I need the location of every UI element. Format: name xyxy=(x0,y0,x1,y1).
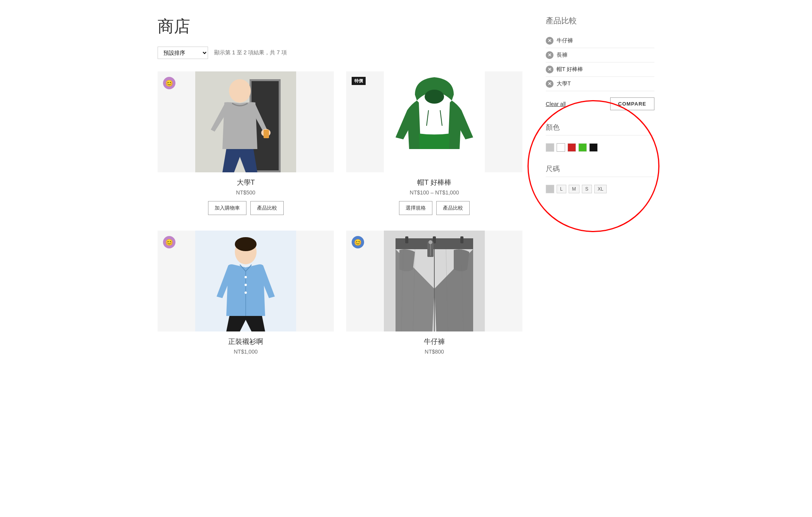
main-content: 商店 預設排序 價格低至高 價格高至低 最新 顯示第 1 至 2 項結果，共 7… xyxy=(158,16,546,360)
svg-rect-21 xyxy=(460,236,463,243)
svg-rect-20 xyxy=(405,236,408,243)
product-name-1: 大學T xyxy=(237,178,255,187)
clear-all-button[interactable]: Clear all xyxy=(546,101,566,107)
compare-item-2: ✕ 帽T 好棒棒 xyxy=(546,62,654,77)
product-name-2: 帽T 好棒棒 xyxy=(417,178,451,187)
product-price-1: NT$500 xyxy=(236,189,255,196)
compare-item-label-2: 帽T 好棒棒 xyxy=(557,66,583,73)
compare-list: ✕ 牛仔褲 ✕ 長褲 ✕ 帽T 好棒棒 ✕ 大學T xyxy=(546,34,654,91)
product-card-2: 特價 xyxy=(346,71,522,215)
svg-point-16 xyxy=(245,284,247,286)
remove-icon-0[interactable]: ✕ xyxy=(546,37,553,45)
product-price-3: NT$1,000 xyxy=(234,349,257,355)
remove-icon-1[interactable]: ✕ xyxy=(546,51,553,59)
filters-section: 顏色 尺碼 L M S XL xyxy=(546,123,654,196)
compare-footer: Clear all COMPARE xyxy=(546,97,654,110)
product-image-wrapper-4: 😊 xyxy=(346,231,522,331)
svg-point-17 xyxy=(245,291,247,294)
size-swatch-placeholder xyxy=(546,185,554,193)
svg-point-13 xyxy=(235,237,257,251)
sidebar-title: 產品比較 xyxy=(546,16,654,26)
result-count: 顯示第 1 至 2 項結果，共 7 項 xyxy=(214,49,287,56)
product-image-wrapper-3: 😊 xyxy=(158,231,334,331)
color-options xyxy=(546,140,654,155)
product-card-4: 😊 xyxy=(346,231,522,360)
size-btn-l[interactable]: L xyxy=(557,185,566,193)
color-swatch-green[interactable] xyxy=(578,143,587,152)
page-title: 商店 xyxy=(158,16,522,37)
svg-point-4 xyxy=(229,79,251,102)
remove-icon-2[interactable]: ✕ xyxy=(546,66,553,73)
product-name-4: 牛仔褲 xyxy=(424,337,445,346)
size-btn-m[interactable]: M xyxy=(569,185,580,193)
remove-icon-3[interactable]: ✕ xyxy=(546,80,553,88)
product-image-wrapper-1: 😊 xyxy=(158,71,334,172)
sort-bar: 預設排序 價格低至高 價格高至低 最新 顯示第 1 至 2 項結果，共 7 項 xyxy=(158,47,522,59)
size-btn-s[interactable]: S xyxy=(582,185,592,193)
products-grid: 😊 xyxy=(158,71,522,360)
svg-point-15 xyxy=(245,276,247,278)
product-card-3: 😊 xyxy=(158,231,334,360)
compare-item-label-1: 長褲 xyxy=(557,52,567,59)
product-image-wrapper-2: 特價 xyxy=(346,71,522,172)
product-actions-2: 選擇規格 產品比較 xyxy=(399,201,470,215)
sidebar: 產品比較 ✕ 牛仔褲 ✕ 長褲 ✕ 帽T 好棒棒 ✕ 大學T Clear all… xyxy=(546,16,654,360)
product-card-1: 😊 xyxy=(158,71,334,215)
product-badge-1: 😊 xyxy=(163,77,175,89)
product-name-3: 正裝襯衫啊 xyxy=(228,337,263,346)
color-filter: 顏色 xyxy=(546,123,654,155)
product-actions-1: 加入購物車 產品比較 xyxy=(208,201,284,215)
color-swatch-grey[interactable] xyxy=(546,143,554,152)
compare-btn-2[interactable]: 產品比較 xyxy=(436,201,470,215)
compare-action-button[interactable]: COMPARE xyxy=(610,97,654,110)
product-price-2: NT$100 – NT$1,000 xyxy=(410,189,459,196)
color-swatch-white[interactable] xyxy=(557,143,565,152)
product-badge-3: 😊 xyxy=(163,236,175,248)
size-filter: 尺碼 L M S XL xyxy=(546,164,654,196)
compare-item-label-3: 大學T xyxy=(557,80,571,87)
size-filter-title: 尺碼 xyxy=(546,164,654,177)
svg-point-10 xyxy=(425,90,444,104)
color-filter-title: 顏色 xyxy=(546,123,654,135)
sale-badge-2: 特價 xyxy=(352,77,366,85)
svg-point-25 xyxy=(429,240,432,244)
color-swatch-red[interactable] xyxy=(567,143,576,152)
compare-item-0: ✕ 牛仔褲 xyxy=(546,34,654,48)
compare-item-1: ✕ 長褲 xyxy=(546,48,654,62)
compare-item-label-0: 牛仔褲 xyxy=(557,37,573,44)
product-badge-4: 😊 xyxy=(352,236,364,248)
size-options: L M S XL xyxy=(546,182,654,196)
svg-rect-6 xyxy=(264,130,269,138)
sort-select[interactable]: 預設排序 價格低至高 價格高至低 最新 xyxy=(158,47,208,59)
add-to-cart-btn-1[interactable]: 加入購物車 xyxy=(208,201,246,215)
color-swatch-black[interactable] xyxy=(589,143,598,152)
product-price-4: NT$800 xyxy=(425,349,444,355)
select-spec-btn-2[interactable]: 選擇規格 xyxy=(399,201,432,215)
compare-btn-1[interactable]: 產品比較 xyxy=(250,201,284,215)
compare-item-3: ✕ 大學T xyxy=(546,77,654,91)
size-btn-xl[interactable]: XL xyxy=(594,185,607,193)
